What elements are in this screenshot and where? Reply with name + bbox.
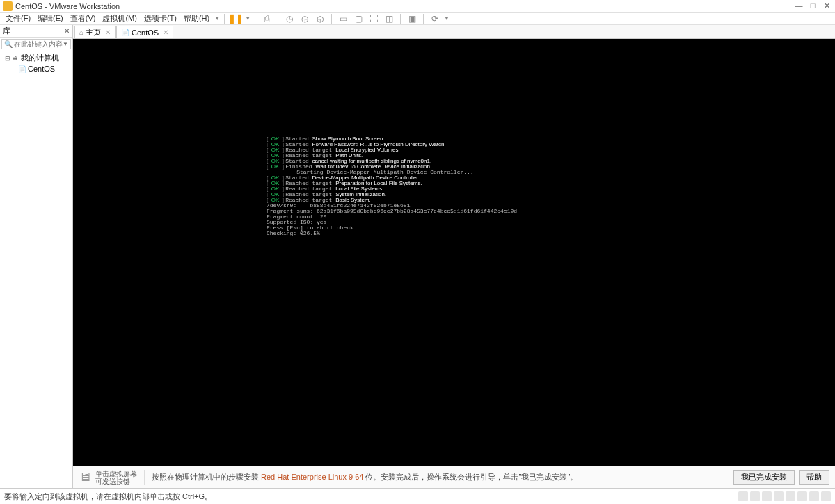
separator: [331, 14, 332, 24]
msg-post: 位。安装完成后，操作系统会进行引导，单击"我已完成安装"。: [363, 473, 578, 481]
os-name: Red Hat Enterprise Linux 9 64: [261, 473, 363, 481]
sidebar: 库 ✕ 🔍 ▼ ⊟ 🖥 我的计算机 📄 CentOS: [0, 25, 73, 488]
cycle-icon[interactable]: ⟳: [429, 13, 440, 24]
separator: [278, 14, 278, 24]
app-icon: [3, 1, 13, 11]
help-button[interactable]: 帮助: [799, 470, 829, 485]
tree-root-label: 我的计算机: [21, 53, 59, 63]
tree-item-label: CentOS: [28, 65, 55, 73]
manage-icon[interactable]: ◵: [315, 13, 326, 24]
search-input[interactable]: [14, 40, 63, 48]
tray-icon[interactable]: [786, 491, 795, 501]
tab-home[interactable]: ⌂ 主页 ✕: [74, 26, 116, 38]
click-hint: 单击虚拟屏幕 可发送按键: [95, 470, 145, 485]
vm-screen[interactable]: [ OK ] Started Show Plymouth Boot Screen…: [73, 39, 835, 466]
msg-pre: 按照在物理计算机中的步骤安装: [152, 473, 261, 481]
send-ctrl-alt-del-icon[interactable]: ⎙: [261, 13, 272, 24]
search-dropdown-icon[interactable]: ▼: [63, 41, 68, 47]
tab-centos[interactable]: 📄 CentOS ✕: [116, 26, 173, 38]
sidebar-search[interactable]: 🔍 ▼: [1, 39, 71, 49]
maximize-button[interactable]: □: [807, 1, 818, 10]
menu-file[interactable]: 文件(F): [3, 13, 33, 24]
separator: [255, 14, 255, 24]
computer-icon: 🖥: [11, 54, 19, 62]
separator: [423, 14, 424, 24]
tray-icon[interactable]: [738, 491, 748, 501]
tab-home-label: 主页: [86, 27, 101, 38]
tray-icon[interactable]: [821, 491, 831, 501]
vm-icon: 📄: [121, 29, 129, 36]
console-view-icon[interactable]: ▣: [406, 13, 418, 24]
sidebar-close-icon[interactable]: ✕: [64, 27, 70, 35]
tree-root[interactable]: ⊟ 🖥 我的计算机: [1, 52, 71, 64]
fit-window-icon[interactable]: ▢: [353, 13, 364, 24]
install-bar: 🖥 单击虚拟屏幕 可发送按键 按照在物理计算机中的步骤安装 Red Hat En…: [73, 466, 835, 488]
separator: [224, 14, 225, 24]
vm-console-output: [ OK ] Started Show Plymouth Boot Screen…: [267, 136, 517, 236]
tray-icon[interactable]: [774, 491, 784, 501]
tray-icon[interactable]: [809, 491, 819, 501]
cycle-dropdown-icon[interactable]: ▼: [444, 15, 450, 22]
menu-tabs[interactable]: 选项卡(T): [141, 13, 180, 24]
unity-icon[interactable]: ◫: [383, 13, 395, 24]
search-icon: 🔍: [4, 40, 13, 48]
home-icon: ⌂: [79, 29, 84, 36]
tray-icon[interactable]: [750, 491, 760, 501]
hint-line2: 可发送按键: [95, 478, 137, 485]
install-message: 按照在物理计算机中的步骤安装 Red Hat Enterprise Linux …: [152, 472, 729, 482]
tab-close-icon[interactable]: ✕: [105, 29, 111, 36]
install-done-button[interactable]: 我已完成安装: [733, 470, 795, 485]
status-text: 要将输入定向到该虚拟机，请在虚拟机内部单击或按 Ctrl+G。: [4, 491, 738, 502]
tray-icon[interactable]: [797, 491, 807, 501]
menu-edit[interactable]: 编辑(E): [35, 13, 66, 24]
menu-vm[interactable]: 虚拟机(M): [100, 13, 140, 24]
tray-icon[interactable]: [762, 491, 772, 501]
snapshot-icon[interactable]: ◷: [284, 13, 295, 24]
library-tree: ⊟ 🖥 我的计算机 📄 CentOS: [0, 51, 72, 488]
tab-close-icon[interactable]: ✕: [163, 29, 168, 36]
pause-icon[interactable]: ❚❚: [230, 13, 241, 24]
tree-item-centos[interactable]: 📄 CentOS: [1, 64, 71, 74]
menu-help[interactable]: 帮助(H): [181, 13, 212, 24]
power-dropdown-icon[interactable]: ▼: [245, 15, 250, 22]
tab-centos-label: CentOS: [132, 29, 159, 37]
hint-line1: 单击虚拟屏幕: [95, 470, 137, 478]
vm-icon: 📄: [18, 65, 26, 73]
minimize-button[interactable]: —: [793, 1, 804, 10]
device-tray: [738, 491, 831, 501]
separator: [400, 14, 401, 24]
titlebar: CentOS - VMware Workstation — □ ✕: [0, 0, 835, 13]
tab-bar: ⌂ 主页 ✕ 📄 CentOS ✕: [73, 25, 835, 39]
revert-icon[interactable]: ◶: [299, 13, 310, 24]
expand-icon[interactable]: ⊟: [4, 55, 11, 62]
menu-dropdown-icon[interactable]: ▼: [214, 15, 220, 22]
menubar: 文件(F) 编辑(E) 查看(V) 虚拟机(M) 选项卡(T) 帮助(H) ▼ …: [0, 13, 835, 25]
statusbar: 要将输入定向到该虚拟机，请在虚拟机内部单击或按 Ctrl+G。: [0, 488, 835, 504]
sidebar-title: 库: [3, 26, 64, 36]
menu-view[interactable]: 查看(V): [67, 13, 99, 24]
hint-icon: 🖥: [79, 470, 91, 485]
fullscreen-icon[interactable]: ⛶: [368, 13, 379, 24]
window-title: CentOS - VMware Workstation: [15, 2, 793, 10]
fit-guest-icon[interactable]: ▭: [337, 13, 349, 24]
close-button[interactable]: ✕: [821, 1, 832, 10]
